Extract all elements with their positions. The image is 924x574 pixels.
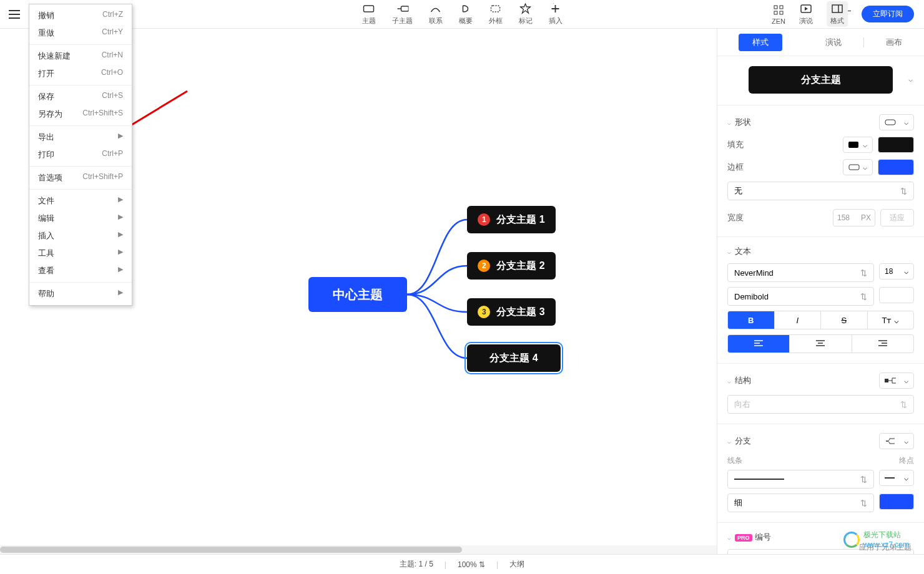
toolbar-summary[interactable]: 概要 [459, 2, 473, 26]
subscribe-button[interactable]: 立即订阅 [862, 6, 914, 22]
menu-undo[interactable]: 撤销Ctrl+Z [29, 7, 132, 24]
menu-edit[interactable]: 编辑▶ [29, 210, 132, 227]
scrollbar-thumb[interactable] [0, 547, 462, 553]
menu-save[interactable]: 保存Ctrl+S [29, 88, 132, 105]
status-bar: 主题: 1 / 5 | 100% ⇅ | 大纲 [0, 554, 924, 574]
chevron-right-icon: ▶ [118, 132, 123, 143]
menu-quick-new[interactable]: 快速新建Ctrl+N [29, 47, 132, 65]
toolbar-insert[interactable]: 插入 [549, 2, 563, 26]
width-label: 宽度 [727, 212, 752, 223]
toolbar-topic[interactable]: 主题 [362, 2, 376, 26]
toolbar-summary-label: 概要 [459, 16, 473, 26]
bold-button[interactable]: B [728, 311, 775, 329]
text-color-swatch[interactable] [879, 287, 914, 303]
italic-button[interactable]: I [775, 311, 822, 329]
menu-print[interactable]: 打印Ctrl+P [29, 146, 132, 163]
menu-view[interactable]: 查看▶ [29, 262, 132, 280]
direction-selector[interactable]: 向右⇅ [727, 395, 914, 414]
tab-style[interactable]: 样式 [739, 34, 782, 51]
section-shape-label: 形状 [735, 117, 751, 127]
marker-number-3-icon: 3 [478, 306, 490, 318]
fill-color-swatch[interactable] [878, 137, 914, 153]
chevron-right-icon: ▶ [118, 265, 123, 276]
menu-open[interactable]: 打开Ctrl+O [29, 65, 132, 82]
toolbar-present[interactable]: 演说 [799, 2, 813, 26]
menu-redo[interactable]: 重做Ctrl+Y [29, 24, 132, 42]
chevron-down-icon: ⌵ [904, 437, 908, 445]
border-label: 边框 [727, 162, 752, 173]
border-style-selector[interactable]: ⌵ [843, 159, 873, 175]
branch-style-selector[interactable]: ⌵ [879, 433, 914, 449]
menu-save-as[interactable]: 另存为Ctrl+Shift+S [29, 105, 132, 123]
toolbar-present-label: 演说 [799, 16, 813, 26]
menu-preferences[interactable]: 首选项Ctrl+Shift+P [29, 169, 132, 187]
line-style-selector[interactable]: ⇅ [727, 470, 874, 489]
status-zoom[interactable]: 100% ⇅ [458, 560, 485, 569]
align-right-button[interactable] [852, 335, 913, 353]
menu-export[interactable]: 导出▶ [29, 129, 132, 146]
chevron-down-icon: ⌵ [863, 163, 867, 172]
watermark: 极光下载站www.xz7.com [843, 530, 909, 549]
marker-number-1-icon: 1 [478, 213, 490, 226]
horizontal-scrollbar[interactable] [0, 545, 717, 554]
toolbar-insert-label: 插入 [549, 16, 563, 26]
toolbar-format[interactable]: 格式 [827, 1, 848, 27]
chevron-down-icon: ⌵ [904, 474, 908, 482]
format-panel: 样式 演说 画布 分支主题 ⌵ ⌵形状 ⌵ 填充 ⌵ 边框 ⌵ [717, 29, 924, 554]
panel-tabs: 样式 演说 画布 [717, 29, 924, 56]
section-text-label: 文本 [735, 246, 751, 256]
branch-node-2[interactable]: 2分支主题 2 [467, 252, 556, 280]
align-left-button[interactable] [728, 335, 790, 353]
chevron-down-icon[interactable]: ⌵ [908, 75, 913, 84]
menu-insert[interactable]: 插入▶ [29, 227, 132, 245]
align-center-button[interactable] [790, 335, 852, 353]
tab-present[interactable]: 演说 [804, 31, 863, 54]
chevron-down-icon: ⌵ [727, 438, 731, 445]
svg-rect-5 [774, 11, 777, 14]
status-outline[interactable]: 大纲 [509, 559, 524, 570]
menu-hamburger-icon[interactable] [9, 7, 24, 22]
section-numbering-label: 编号 [755, 532, 771, 542]
structure-selector[interactable]: ⌵ [879, 372, 914, 389]
width-adapt-button[interactable]: 适应 [880, 209, 914, 226]
font-weight-selector[interactable]: Demibold⇅ [727, 287, 874, 306]
chevron-down-icon: ⌵ [727, 119, 731, 126]
center-topic-node[interactable]: 中心主题 [308, 277, 407, 312]
fill-style-selector[interactable]: ⌵ [843, 137, 873, 153]
line-thickness-selector[interactable]: 细⇅ [727, 494, 874, 512]
menu-file[interactable]: 文件▶ [29, 192, 132, 210]
main-menu-dropdown: 撤销Ctrl+Z 重做Ctrl+Y 快速新建Ctrl+N 打开Ctrl+O 保存… [29, 4, 132, 306]
font-size-selector[interactable]: 18⌵ [879, 263, 914, 280]
toolbar-marker[interactable]: 标记 [519, 2, 533, 26]
shape-selector[interactable]: ⌵ [879, 114, 914, 130]
svg-rect-6 [780, 11, 783, 14]
theme-style-selector[interactable]: 分支主题 [749, 66, 893, 94]
svg-rect-4 [780, 6, 783, 9]
svg-rect-8 [832, 5, 842, 12]
toolbar-zen[interactable]: ZEN [772, 4, 785, 25]
menu-tools[interactable]: 工具▶ [29, 245, 132, 262]
strikethrough-button[interactable]: S [821, 311, 868, 329]
svg-rect-12 [885, 120, 895, 125]
tab-canvas[interactable]: 画布 [864, 31, 924, 54]
toolbar-boundary[interactable]: 外框 [489, 2, 503, 26]
endpoint-selector[interactable]: ⌵ [879, 470, 914, 486]
font-family-selector[interactable]: NeverMind⇅ [727, 263, 874, 282]
marker-number-2-icon: 2 [478, 260, 490, 272]
section-structure-label: 结构 [735, 376, 751, 385]
branch-node-3[interactable]: 3分支主题 3 [467, 298, 556, 326]
branch-node-1[interactable]: 1分支主题 1 [467, 206, 556, 233]
line-color-swatch[interactable] [879, 494, 914, 510]
width-input[interactable]: 158PX [833, 209, 875, 226]
chevron-right-icon: ▶ [118, 248, 123, 259]
branch-node-4[interactable]: 分支主题 4 [467, 344, 561, 372]
toolbar-marker-label: 标记 [519, 16, 533, 26]
text-transform-button[interactable]: Tᴛ ⌵ [868, 311, 914, 329]
menu-help[interactable]: 帮助▶ [29, 285, 132, 303]
toolbar-subtopic[interactable]: 子主题 [392, 2, 413, 26]
chevron-right-icon: ▶ [118, 213, 123, 224]
border-color-swatch[interactable] [878, 159, 914, 175]
svg-rect-1 [401, 6, 408, 11]
border-width-selector[interactable]: 无⇅ [727, 182, 914, 200]
toolbar-relation[interactable]: 联系 [429, 2, 443, 26]
